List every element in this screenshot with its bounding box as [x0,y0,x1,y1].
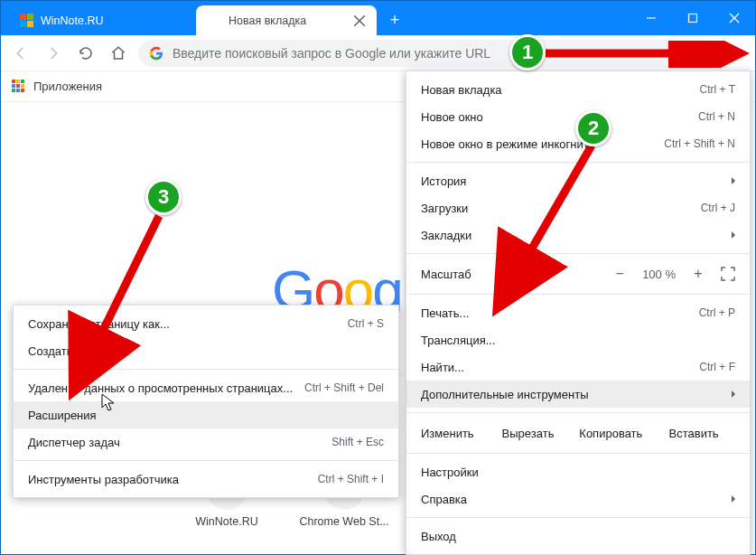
tab-newtab[interactable]: Новая вкладка [196,5,377,35]
annotation-balloon-1: 1 [509,34,546,71]
omnibox[interactable] [138,40,715,67]
winnote-favicon [19,14,33,28]
menu-find[interactable]: Найти...Ctrl + F [406,353,750,381]
menu-edit-row: Изменить Вырезать Копировать Вставить [406,418,750,448]
menu-label: Удаление данных о просмотренных страница… [28,381,293,395]
menu-zoom: Масштаб − 100 % + [406,259,750,289]
apps-label[interactable]: Приложения [33,80,102,93]
menu-label: Выход [421,530,456,543]
menu-more-tools[interactable]: Дополнительные инструменты [406,381,750,408]
menu-shortcut: Ctrl + T [700,83,735,96]
edit-cut-button[interactable]: Вырезать [487,421,570,446]
vertical-dots-icon [728,46,742,61]
chevron-right-icon [732,177,735,184]
close-window-button[interactable] [714,1,755,35]
menu-shortcut: Ctrl + Shift + Del [304,381,384,394]
menu-label: Трансляция... [421,334,496,347]
close-tab-icon[interactable] [353,14,366,27]
more-tools-submenu: Сохранить страницу как...Ctrl + S Создат… [13,305,399,498]
menu-shortcut: Ctrl + N [698,110,735,123]
back-button[interactable] [8,41,33,66]
svg-point-2 [734,52,737,54]
chevron-right-icon [732,231,735,239]
edit-label: Изменить [421,427,474,440]
submenu-task-manager[interactable]: Диспетчер задачShift + Esc [14,428,398,456]
menu-label: Закладки [421,229,471,242]
menu-label: Новое окно в режиме инкогнито [421,137,595,151]
menu-shortcut: Ctrl + Shift + I [318,473,384,485]
toolbar [1,35,755,71]
home-button[interactable] [106,41,131,66]
apps-icon[interactable] [12,80,26,94]
submenu-clear-data[interactable]: Удаление данных о просмотренных страница… [14,374,398,401]
menu-label: Справка [421,493,467,506]
menu-label: Печать... [421,306,469,320]
menu-shortcut: Ctrl + S [348,317,384,330]
menu-label: Дополнительные инструменты [421,388,589,401]
menu-label: История [421,174,466,188]
menu-shortcut: Ctrl + Shift + N [664,137,735,150]
svg-point-3 [734,56,737,59]
mouse-cursor-icon [101,393,117,413]
main-menu-button[interactable] [723,41,748,66]
menu-shortcut: Ctrl + J [701,202,735,214]
menu-label: Создать ярлык... [28,344,118,358]
submenu-save-as[interactable]: Сохранить страницу как...Ctrl + S [14,310,398,337]
menu-label: Загрузки [421,202,468,215]
menu-label: Новая вкладка [421,83,502,97]
menu-label: Найти... [421,361,464,374]
menu-bookmarks[interactable]: Закладки [406,221,750,249]
shortcut-label: WinNote.RU [195,515,257,528]
menu-history[interactable]: История [406,167,750,194]
main-menu: Новая вкладкаCtrl + T Новое окноCtrl + N… [406,71,751,555]
menu-help[interactable]: Справка [406,485,750,513]
maximize-button[interactable] [672,1,714,35]
reload-button[interactable] [73,41,98,66]
zoom-in-button[interactable]: + [690,266,706,282]
annotation-balloon-2: 2 [575,110,611,146]
zoom-label: Масштаб [421,268,471,281]
menu-settings[interactable]: Настройки [406,458,750,485]
menu-label: Настройки [421,466,479,479]
edit-copy-button[interactable]: Копировать [569,421,652,446]
omnibox-input[interactable] [173,46,705,61]
chevron-right-icon [732,495,735,503]
minimize-button[interactable] [630,1,672,35]
shortcut-label: Chrome Web St... [299,515,388,528]
menu-label: Инструменты разработчика [28,473,179,486]
submenu-create-shortcut[interactable]: Создать ярлык... [14,337,398,364]
menu-shortcut: Ctrl + F [699,361,735,373]
tab-label: Новая вкладка [229,14,306,27]
menu-label: Новое окно [421,110,483,124]
annotation-balloon-3: 3 [145,179,182,215]
blank-favicon [207,14,221,28]
zoom-out-button[interactable]: − [611,266,628,282]
svg-rect-0 [689,14,697,23]
zoom-value: 100 % [642,268,676,281]
chevron-right-icon [732,390,735,398]
edit-paste-button[interactable]: Вставить [652,421,735,446]
tab-winnote[interactable]: WinNote.RU [8,5,189,35]
menu-shortcut: Ctrl + P [699,306,735,319]
tab-label: WinNote.RU [41,14,103,27]
menu-downloads[interactable]: ЗагрузкиCtrl + J [406,194,750,221]
google-g-icon [149,46,163,61]
menu-exit[interactable]: Выход [406,522,750,550]
title-bar: WinNote.RU Новая вкладка + [1,1,755,35]
menu-cast[interactable]: Трансляция... [406,326,750,353]
submenu-extensions[interactable]: Расширения [14,401,398,428]
menu-shortcut: Shift + Esc [331,436,384,448]
forward-button[interactable] [41,41,66,66]
fullscreen-icon[interactable] [721,267,735,281]
menu-print[interactable]: Печать...Ctrl + P [406,299,750,326]
menu-label: Сохранить страницу как... [28,317,170,331]
menu-label: Диспетчер задач [28,436,120,449]
menu-new-tab[interactable]: Новая вкладкаCtrl + T [406,76,750,103]
menu-label: Расширения [28,409,97,422]
window-controls [630,1,755,35]
submenu-dev-tools[interactable]: Инструменты разработчикаCtrl + Shift + I [14,466,398,493]
new-tab-button[interactable]: + [382,7,407,33]
svg-point-1 [734,47,737,50]
